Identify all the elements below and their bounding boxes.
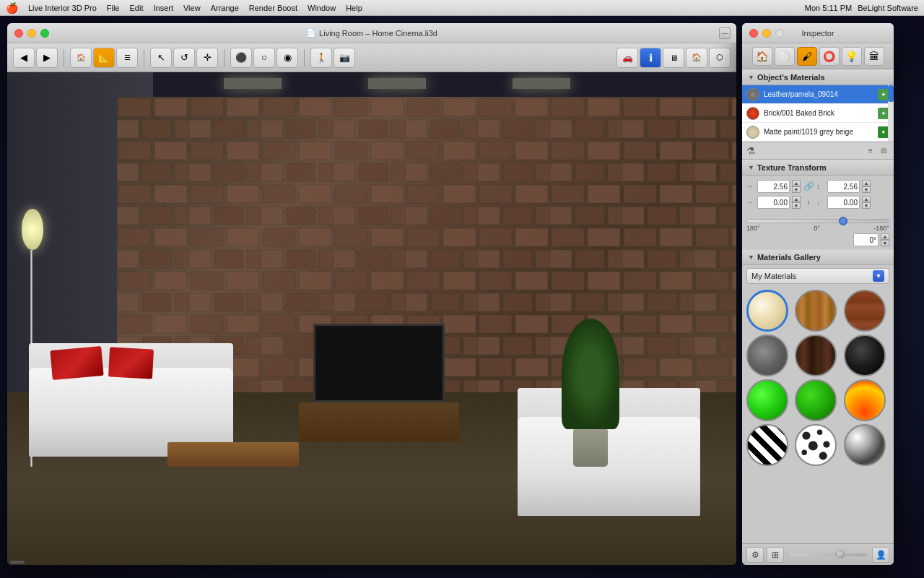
menu-insert[interactable]: Insert bbox=[153, 4, 173, 12]
gallery-ball-brick[interactable] bbox=[844, 290, 886, 332]
height-input[interactable] bbox=[827, 180, 860, 193]
2d-view-button[interactable]: 🏠 bbox=[70, 48, 92, 68]
rotation-slider[interactable] bbox=[746, 219, 889, 223]
orbit-tool[interactable]: ↺ bbox=[173, 48, 195, 68]
close-button[interactable] bbox=[14, 29, 23, 38]
gallery-ball-stone[interactable] bbox=[746, 335, 788, 376]
render-full[interactable]: ◉ bbox=[276, 48, 298, 68]
gallery-ball-zebra[interactable] bbox=[746, 424, 788, 466]
gallery-ball-green-dark[interactable] bbox=[795, 379, 837, 421]
share-button[interactable]: ⬡ bbox=[709, 48, 731, 68]
viewport-scrollbar[interactable] bbox=[10, 561, 25, 564]
viewport[interactable] bbox=[7, 72, 736, 565]
apple-menu[interactable]: 🍎 bbox=[6, 2, 18, 14]
gallery-ball-dark-wood[interactable] bbox=[795, 335, 837, 376]
maximize-button[interactable] bbox=[40, 29, 49, 38]
menubar-right: Mon 5:11 PM BeLight Software bbox=[805, 4, 918, 12]
rotation-step-up[interactable]: ▲ bbox=[881, 233, 889, 240]
materials-scrollbar[interactable] bbox=[888, 85, 894, 142]
tab-texture[interactable]: ⭕ bbox=[819, 47, 840, 66]
tab-light[interactable]: 💡 bbox=[842, 47, 862, 66]
width-step-down[interactable]: ▼ bbox=[792, 186, 801, 193]
height-stepper: ▲ ▼ bbox=[862, 180, 871, 193]
gallery-ball-spots[interactable] bbox=[795, 424, 837, 466]
menu-edit[interactable]: Edit bbox=[130, 4, 144, 12]
gallery-dropdown[interactable]: My Materials ▼ bbox=[746, 268, 889, 284]
height-step-down[interactable]: ▼ bbox=[862, 186, 871, 193]
tab-material[interactable]: 🖌 bbox=[797, 47, 817, 66]
info-button[interactable]: ℹ bbox=[640, 48, 661, 68]
camera-tool[interactable]: 📷 bbox=[334, 48, 355, 68]
x-input[interactable] bbox=[757, 196, 790, 209]
render-sphere[interactable]: ⚫ bbox=[230, 48, 252, 68]
wand-btn-2[interactable]: ⊟ bbox=[878, 145, 889, 157]
gallery-ball-black[interactable] bbox=[844, 335, 886, 376]
menu-renderbost[interactable]: Render Boost bbox=[249, 4, 297, 12]
ceiling-light-2 bbox=[224, 78, 282, 89]
gallery-ball-wood-light[interactable] bbox=[795, 290, 837, 332]
inspector-close-btn[interactable] bbox=[749, 29, 758, 38]
gallery-ball-green-bright[interactable] bbox=[746, 379, 788, 421]
wand-btn-1[interactable]: ≡ bbox=[865, 145, 876, 157]
inspector-person-btn[interactable]: 👤 bbox=[872, 547, 889, 563]
material-item-brick[interactable]: Brick/001 Baked Brick ✦ bbox=[742, 104, 894, 123]
menu-help[interactable]: Help bbox=[346, 4, 362, 12]
select-tool[interactable]: ↖ bbox=[150, 48, 172, 68]
width-step-up[interactable]: ▲ bbox=[792, 180, 801, 186]
width-input[interactable] bbox=[757, 180, 790, 193]
inspector-zoom-slider[interactable] bbox=[787, 553, 869, 556]
chain-icon: 🔗 bbox=[803, 181, 814, 191]
view-toolbar-group: 🏠 📐 ☰ bbox=[70, 48, 138, 68]
y-step-down[interactable]: ▼ bbox=[862, 202, 871, 209]
slider-mid-label: 0° bbox=[814, 225, 820, 232]
window-close-btn[interactable]: — bbox=[719, 27, 731, 39]
tab-object[interactable]: ⚪ bbox=[775, 47, 795, 66]
inspector-bottom: ⚙ ⊞ 👤 bbox=[742, 543, 894, 565]
offset-chain: ı bbox=[803, 199, 814, 206]
x-step-up[interactable]: ▲ bbox=[792, 196, 801, 202]
list-view-button[interactable]: ☰ bbox=[116, 48, 138, 68]
inspector-max-btn[interactable] bbox=[775, 29, 784, 38]
gallery-ball-chrome[interactable] bbox=[844, 424, 886, 466]
menu-window[interactable]: Window bbox=[308, 4, 336, 12]
monitor-button[interactable]: 🖥 bbox=[663, 48, 684, 68]
material-item-matte[interactable]: Matte paint/1019 grey beige ✦ bbox=[742, 123, 894, 142]
height-prefix: ↕ bbox=[816, 183, 825, 190]
width-stepper: ▲ ▼ bbox=[792, 180, 801, 193]
gallery-ball-cream[interactable] bbox=[746, 290, 788, 332]
menu-arrange[interactable]: Arrange bbox=[211, 4, 239, 12]
tab-building[interactable]: 🏠 bbox=[752, 47, 772, 66]
forward-button[interactable]: ▶ bbox=[36, 48, 58, 68]
minimize-button[interactable] bbox=[27, 29, 36, 38]
y-input[interactable] bbox=[827, 196, 860, 209]
rotation-input[interactable] bbox=[853, 233, 879, 246]
plant-pot bbox=[573, 429, 608, 466]
inspector-min-btn[interactable] bbox=[762, 29, 771, 38]
tab-camera[interactable]: 🏛 bbox=[864, 47, 884, 66]
x-step-down[interactable]: ▼ bbox=[792, 202, 801, 209]
walk-tool[interactable]: 🚶 bbox=[310, 48, 332, 68]
menu-file[interactable]: File bbox=[107, 4, 120, 12]
height-step-up[interactable]: ▲ bbox=[862, 180, 871, 186]
menu-app[interactable]: Live Interior 3D Pro bbox=[28, 4, 97, 12]
tv-screen bbox=[313, 324, 445, 402]
inspector-add-btn[interactable]: ⊞ bbox=[767, 547, 784, 563]
3d-view-button[interactable]: 📐 bbox=[93, 48, 115, 68]
menu-view[interactable]: View bbox=[183, 4, 201, 12]
svg-point-5 bbox=[819, 452, 827, 460]
back-button[interactable]: ◀ bbox=[13, 48, 35, 68]
window-title: 📄 Living Room – Home Cinema.li3d bbox=[306, 28, 437, 38]
wand-icon[interactable]: ⚗ bbox=[746, 145, 756, 157]
home-button[interactable]: 🏠 bbox=[686, 48, 707, 68]
material-item-leather[interactable]: Leather/pamela_09014 ✦ bbox=[742, 85, 894, 104]
gallery-ball-fire[interactable] bbox=[844, 379, 886, 421]
rotation-step-down[interactable]: ▼ bbox=[881, 240, 889, 246]
inspector-settings-btn[interactable]: ⚙ bbox=[746, 547, 764, 563]
action-toolbar-group: 🚶 📷 bbox=[310, 48, 355, 68]
plant bbox=[562, 319, 620, 467]
y-step-up[interactable]: ▲ bbox=[862, 196, 871, 202]
tour-button[interactable]: 🚗 bbox=[616, 48, 638, 68]
render-circle[interactable]: ○ bbox=[253, 48, 275, 68]
material-swatch-brick bbox=[746, 107, 759, 120]
pan-tool[interactable]: ✛ bbox=[196, 48, 218, 68]
